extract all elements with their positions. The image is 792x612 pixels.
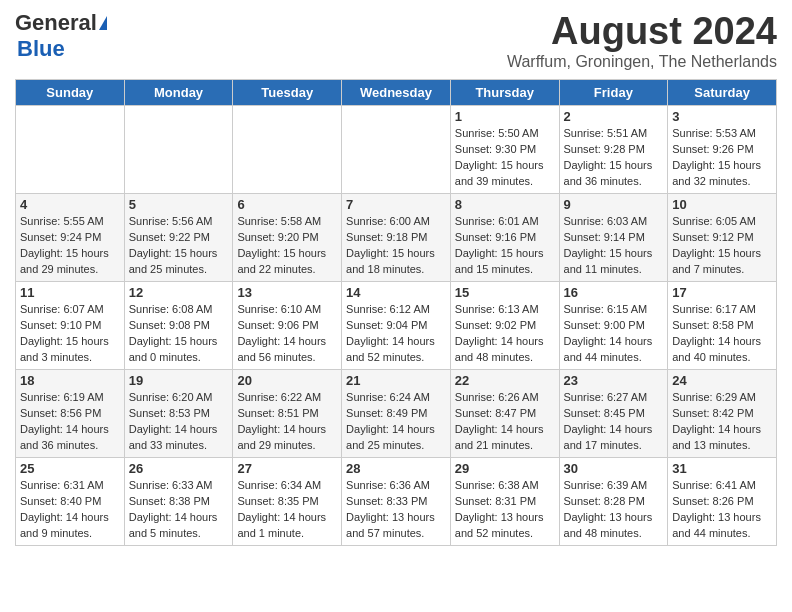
- day-info: Sunrise: 6:24 AMSunset: 8:49 PMDaylight:…: [346, 390, 446, 454]
- day-number: 22: [455, 373, 555, 388]
- calendar-cell: 17Sunrise: 6:17 AMSunset: 8:58 PMDayligh…: [668, 282, 777, 370]
- day-info: Sunrise: 6:33 AMSunset: 8:38 PMDaylight:…: [129, 478, 229, 542]
- calendar-cell: 2Sunrise: 5:51 AMSunset: 9:28 PMDaylight…: [559, 106, 668, 194]
- calendar-cell: 20Sunrise: 6:22 AMSunset: 8:51 PMDayligh…: [233, 370, 342, 458]
- day-info: Sunrise: 6:41 AMSunset: 8:26 PMDaylight:…: [672, 478, 772, 542]
- day-info: Sunrise: 5:55 AMSunset: 9:24 PMDaylight:…: [20, 214, 120, 278]
- day-number: 15: [455, 285, 555, 300]
- calendar-week-row: 4Sunrise: 5:55 AMSunset: 9:24 PMDaylight…: [16, 194, 777, 282]
- day-number: 24: [672, 373, 772, 388]
- day-number: 14: [346, 285, 446, 300]
- day-number: 29: [455, 461, 555, 476]
- day-info: Sunrise: 6:13 AMSunset: 9:02 PMDaylight:…: [455, 302, 555, 366]
- calendar-body: 1Sunrise: 5:50 AMSunset: 9:30 PMDaylight…: [16, 106, 777, 546]
- day-number: 8: [455, 197, 555, 212]
- header-sunday: Sunday: [16, 80, 125, 106]
- day-info: Sunrise: 6:08 AMSunset: 9:08 PMDaylight:…: [129, 302, 229, 366]
- logo-triangle-icon: [99, 16, 107, 30]
- title-section: August 2024 Warffum, Groningen, The Neth…: [507, 10, 777, 71]
- page: General Blue August 2024 Warffum, Gronin…: [0, 0, 792, 556]
- calendar-cell: 4Sunrise: 5:55 AMSunset: 9:24 PMDaylight…: [16, 194, 125, 282]
- logo-general-text: General: [15, 10, 97, 36]
- calendar: Sunday Monday Tuesday Wednesday Thursday…: [15, 79, 777, 546]
- calendar-cell: 22Sunrise: 6:26 AMSunset: 8:47 PMDayligh…: [450, 370, 559, 458]
- day-info: Sunrise: 6:22 AMSunset: 8:51 PMDaylight:…: [237, 390, 337, 454]
- calendar-cell: 19Sunrise: 6:20 AMSunset: 8:53 PMDayligh…: [124, 370, 233, 458]
- day-info: Sunrise: 6:19 AMSunset: 8:56 PMDaylight:…: [20, 390, 120, 454]
- day-info: Sunrise: 6:01 AMSunset: 9:16 PMDaylight:…: [455, 214, 555, 278]
- day-number: 11: [20, 285, 120, 300]
- calendar-cell: 3Sunrise: 5:53 AMSunset: 9:26 PMDaylight…: [668, 106, 777, 194]
- calendar-cell: 9Sunrise: 6:03 AMSunset: 9:14 PMDaylight…: [559, 194, 668, 282]
- calendar-cell: 11Sunrise: 6:07 AMSunset: 9:10 PMDayligh…: [16, 282, 125, 370]
- day-info: Sunrise: 6:12 AMSunset: 9:04 PMDaylight:…: [346, 302, 446, 366]
- day-number: 4: [20, 197, 120, 212]
- day-info: Sunrise: 6:05 AMSunset: 9:12 PMDaylight:…: [672, 214, 772, 278]
- day-number: 25: [20, 461, 120, 476]
- day-info: Sunrise: 5:56 AMSunset: 9:22 PMDaylight:…: [129, 214, 229, 278]
- day-number: 2: [564, 109, 664, 124]
- calendar-cell: 12Sunrise: 6:08 AMSunset: 9:08 PMDayligh…: [124, 282, 233, 370]
- day-number: 18: [20, 373, 120, 388]
- calendar-cell: 31Sunrise: 6:41 AMSunset: 8:26 PMDayligh…: [668, 458, 777, 546]
- day-number: 7: [346, 197, 446, 212]
- calendar-cell: 8Sunrise: 6:01 AMSunset: 9:16 PMDaylight…: [450, 194, 559, 282]
- day-info: Sunrise: 6:20 AMSunset: 8:53 PMDaylight:…: [129, 390, 229, 454]
- day-info: Sunrise: 6:10 AMSunset: 9:06 PMDaylight:…: [237, 302, 337, 366]
- day-info: Sunrise: 5:50 AMSunset: 9:30 PMDaylight:…: [455, 126, 555, 190]
- calendar-cell: 18Sunrise: 6:19 AMSunset: 8:56 PMDayligh…: [16, 370, 125, 458]
- day-number: 31: [672, 461, 772, 476]
- day-info: Sunrise: 6:26 AMSunset: 8:47 PMDaylight:…: [455, 390, 555, 454]
- calendar-week-row: 1Sunrise: 5:50 AMSunset: 9:30 PMDaylight…: [16, 106, 777, 194]
- day-number: 5: [129, 197, 229, 212]
- calendar-cell: 7Sunrise: 6:00 AMSunset: 9:18 PMDaylight…: [342, 194, 451, 282]
- day-number: 10: [672, 197, 772, 212]
- weekday-header-row: Sunday Monday Tuesday Wednesday Thursday…: [16, 80, 777, 106]
- day-number: 30: [564, 461, 664, 476]
- day-number: 20: [237, 373, 337, 388]
- calendar-week-row: 11Sunrise: 6:07 AMSunset: 9:10 PMDayligh…: [16, 282, 777, 370]
- calendar-cell: 6Sunrise: 5:58 AMSunset: 9:20 PMDaylight…: [233, 194, 342, 282]
- calendar-cell: 10Sunrise: 6:05 AMSunset: 9:12 PMDayligh…: [668, 194, 777, 282]
- day-info: Sunrise: 6:39 AMSunset: 8:28 PMDaylight:…: [564, 478, 664, 542]
- day-number: 12: [129, 285, 229, 300]
- calendar-cell: 5Sunrise: 5:56 AMSunset: 9:22 PMDaylight…: [124, 194, 233, 282]
- calendar-cell: 29Sunrise: 6:38 AMSunset: 8:31 PMDayligh…: [450, 458, 559, 546]
- calendar-week-row: 18Sunrise: 6:19 AMSunset: 8:56 PMDayligh…: [16, 370, 777, 458]
- day-number: 26: [129, 461, 229, 476]
- day-info: Sunrise: 6:00 AMSunset: 9:18 PMDaylight:…: [346, 214, 446, 278]
- calendar-cell: [124, 106, 233, 194]
- calendar-cell: 13Sunrise: 6:10 AMSunset: 9:06 PMDayligh…: [233, 282, 342, 370]
- day-info: Sunrise: 6:29 AMSunset: 8:42 PMDaylight:…: [672, 390, 772, 454]
- calendar-cell: [16, 106, 125, 194]
- day-info: Sunrise: 6:15 AMSunset: 9:00 PMDaylight:…: [564, 302, 664, 366]
- calendar-cell: 28Sunrise: 6:36 AMSunset: 8:33 PMDayligh…: [342, 458, 451, 546]
- calendar-cell: 26Sunrise: 6:33 AMSunset: 8:38 PMDayligh…: [124, 458, 233, 546]
- day-info: Sunrise: 6:38 AMSunset: 8:31 PMDaylight:…: [455, 478, 555, 542]
- day-info: Sunrise: 6:03 AMSunset: 9:14 PMDaylight:…: [564, 214, 664, 278]
- day-number: 6: [237, 197, 337, 212]
- logo-blue-text: Blue: [17, 36, 107, 62]
- calendar-cell: 27Sunrise: 6:34 AMSunset: 8:35 PMDayligh…: [233, 458, 342, 546]
- calendar-cell: [233, 106, 342, 194]
- calendar-week-row: 25Sunrise: 6:31 AMSunset: 8:40 PMDayligh…: [16, 458, 777, 546]
- header-wednesday: Wednesday: [342, 80, 451, 106]
- calendar-cell: 16Sunrise: 6:15 AMSunset: 9:00 PMDayligh…: [559, 282, 668, 370]
- calendar-cell: 30Sunrise: 6:39 AMSunset: 8:28 PMDayligh…: [559, 458, 668, 546]
- day-number: 16: [564, 285, 664, 300]
- day-number: 13: [237, 285, 337, 300]
- header-friday: Friday: [559, 80, 668, 106]
- calendar-cell: 24Sunrise: 6:29 AMSunset: 8:42 PMDayligh…: [668, 370, 777, 458]
- day-number: 1: [455, 109, 555, 124]
- day-info: Sunrise: 5:58 AMSunset: 9:20 PMDaylight:…: [237, 214, 337, 278]
- header-thursday: Thursday: [450, 80, 559, 106]
- day-number: 9: [564, 197, 664, 212]
- day-number: 28: [346, 461, 446, 476]
- day-info: Sunrise: 6:31 AMSunset: 8:40 PMDaylight:…: [20, 478, 120, 542]
- calendar-cell: 1Sunrise: 5:50 AMSunset: 9:30 PMDaylight…: [450, 106, 559, 194]
- calendar-cell: 14Sunrise: 6:12 AMSunset: 9:04 PMDayligh…: [342, 282, 451, 370]
- header: General Blue August 2024 Warffum, Gronin…: [15, 10, 777, 71]
- day-info: Sunrise: 6:07 AMSunset: 9:10 PMDaylight:…: [20, 302, 120, 366]
- location: Warffum, Groningen, The Netherlands: [507, 53, 777, 71]
- calendar-cell: 25Sunrise: 6:31 AMSunset: 8:40 PMDayligh…: [16, 458, 125, 546]
